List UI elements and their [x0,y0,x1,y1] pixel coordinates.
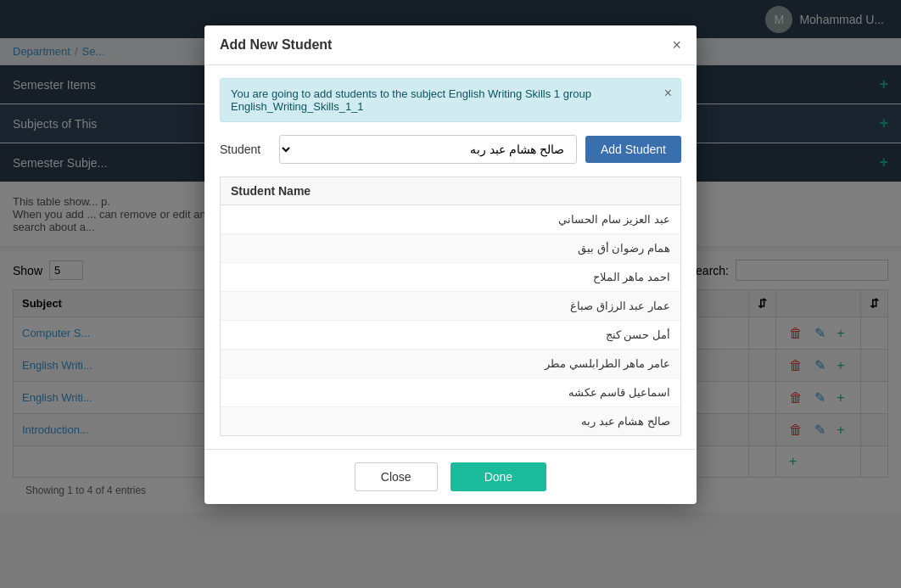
student-table-header: Student Name [220,176,681,205]
close-button[interactable]: Close [355,462,438,491]
list-item: اسماعيل قاسم عكشه [221,378,680,407]
info-banner: You are going to add students to the sub… [220,78,681,122]
modal-footer: Close Done [204,449,697,504]
student-selector-row: Student صالح هشام عبد ربه عبد العزيز سام… [220,135,681,164]
student-list: عبد العزيز سام الحساني همام رضوان أق بيق… [220,205,681,436]
add-student-button[interactable]: Add Student [585,136,681,163]
page-background: M Mohammad U... Department / Se... Semes… [0,0,901,588]
add-student-modal: Add New Student × You are going to add s… [204,25,697,504]
modal-close-button[interactable]: × [672,37,681,53]
banner-close-button[interactable]: × [664,86,672,101]
modal-title: Add New Student [220,37,332,53]
modal-header: Add New Student × [204,25,697,65]
done-button[interactable]: Done [450,462,546,491]
student-select[interactable]: صالح هشام عبد ربه عبد العزيز سام الحساني… [279,135,577,164]
list-item: صالح هشام عبد ربه [221,407,680,435]
modal-body: You are going to add students to the sub… [204,65,697,449]
list-item: أمل حسن كنج [221,321,680,350]
info-banner-text: You are going to add students to the sub… [231,87,591,113]
list-item: عامر ماهر الطرابلسي مطر [221,350,680,378]
list-item: عبد العزيز سام الحساني [221,205,680,234]
list-item: عمار عبد الرزاق صباغ [221,292,680,321]
list-item: همام رضوان أق بيق [221,234,680,263]
modal-overlay: Add New Student × You are going to add s… [0,0,901,588]
group-name: English_Writing_Skills_1_1 [231,100,364,113]
list-item: احمد ماهر الملاح [221,263,680,292]
student-label: Student [220,143,271,156]
